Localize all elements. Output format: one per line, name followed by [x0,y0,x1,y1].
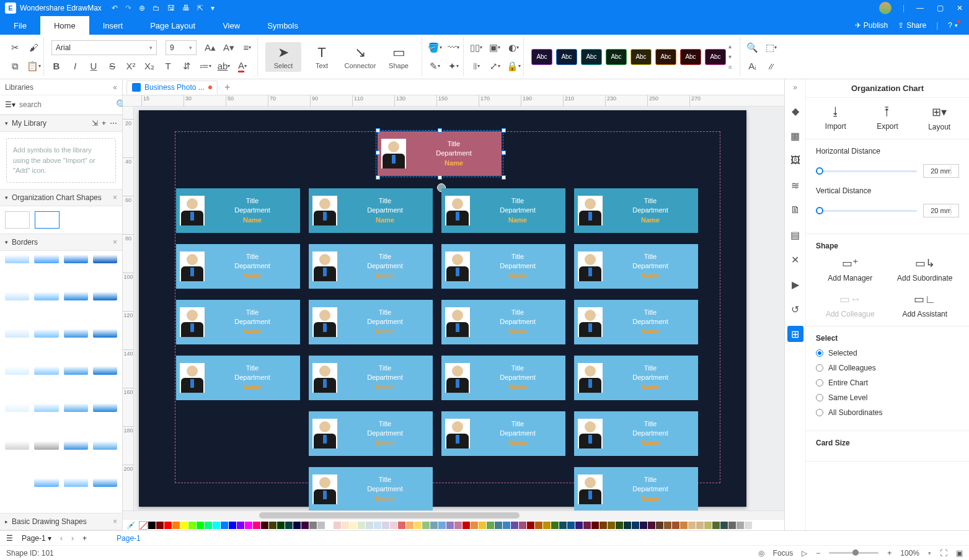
border-thumb[interactable] [5,478,29,487]
color-swatch[interactable] [382,522,389,529]
color-swatch[interactable] [309,522,317,529]
italic-icon[interactable]: I [70,61,80,71]
save-icon[interactable]: 🖫 [167,4,175,12]
border-thumb[interactable] [5,366,29,375]
border-thumb[interactable] [34,478,58,487]
style-swatch[interactable]: Abc [655,49,676,65]
color-swatch[interactable] [148,522,156,529]
org-card[interactable]: TitleDepartmentName [176,244,300,289]
style-swatch[interactable]: Abc [606,49,627,65]
eyedropper-icon[interactable]: 💉 [126,521,136,530]
selection-handle[interactable] [376,175,380,180]
ungroup-icon[interactable]: ⫽ [766,61,776,71]
color-swatch[interactable] [237,522,244,529]
superscript-icon[interactable]: X² [126,61,136,71]
color-swatch[interactable] [471,522,478,529]
color-swatch[interactable] [720,522,728,529]
color-swatch[interactable] [527,522,534,529]
fill-icon[interactable]: 🪣▾ [430,43,440,53]
style-swatch[interactable]: Abc [581,49,602,65]
org-card[interactable]: TitleDepartmentName [574,356,698,400]
close-button[interactable]: ✕ [955,4,964,12]
color-swatch[interactable] [543,522,551,529]
color-swatch[interactable] [608,522,615,529]
select-tool[interactable]: ➤Select [265,42,301,72]
style-swatch[interactable]: Abc [680,49,701,65]
case-icon[interactable]: T [163,61,173,71]
color-swatch[interactable] [624,522,631,529]
color-swatch[interactable] [551,522,559,529]
org-card[interactable]: TitleDepartmentName [309,356,433,400]
format-painter-icon[interactable]: 🖌 [29,43,38,53]
basicshapes-header[interactable]: ▸ Basic Drawing Shapes × [0,513,122,530]
color-swatch[interactable] [559,522,567,529]
prev-page-icon[interactable]: ‹ [60,534,63,543]
horizontal-scrollbar[interactable] [123,510,784,519]
style-swatch[interactable]: Abc [705,49,726,65]
org-card[interactable]: TitleDepartmentName [441,244,565,289]
color-swatch[interactable] [591,522,599,529]
org-card[interactable]: TitleDepartmentName [309,411,433,456]
radio-entire-chart[interactable]: Entire Chart [816,378,959,387]
color-swatch[interactable] [221,522,228,529]
tab-symbols[interactable]: Symbols [254,16,312,35]
style-swatch[interactable]: Abc [531,49,552,65]
add-subordinate-button[interactable]: ▭↳Add Subordinate [891,256,960,282]
selection-handle[interactable] [502,151,506,155]
shape-tool[interactable]: ▭Shape [381,42,417,72]
border-thumb[interactable] [34,441,58,450]
library-menu-icon[interactable]: ☰▾ [5,100,15,109]
no-fill-swatch[interactable] [139,521,148,530]
color-swatch[interactable] [390,522,397,529]
org-card[interactable]: TitleDepartmentName [309,467,433,510]
org-card[interactable]: TitleDepartmentName [574,244,698,289]
border-thumb[interactable] [64,329,88,338]
border-thumb[interactable] [93,292,117,300]
org-card[interactable]: TitleDepartmentName [309,300,433,344]
color-swatch[interactable] [358,522,365,529]
rail-shuffle-icon[interactable]: ✕ [787,252,803,268]
color-swatch[interactable] [245,522,252,529]
zoom-value[interactable]: 100% [900,549,919,558]
bold-icon[interactable]: B [51,61,61,71]
border-thumb[interactable] [93,255,117,263]
border-thumb[interactable] [34,403,58,412]
tab-insert[interactable]: Insert [89,16,137,35]
orgshapes-header[interactable]: ▾ Organization Chart Shapes × [0,189,122,206]
color-swatch[interactable] [648,522,655,529]
rail-page-icon[interactable]: 🗎 [787,202,803,218]
import-lib-icon[interactable]: ⇲ [92,119,98,128]
color-swatch[interactable] [737,522,744,529]
close-section-icon[interactable]: × [113,238,117,247]
border-thumb[interactable] [34,292,58,300]
qat-more-icon[interactable]: ▾ [211,4,215,12]
radio-selected[interactable]: Selected [816,349,959,357]
rail-grid-icon[interactable]: ▦ [787,128,803,144]
border-thumb[interactable] [64,403,88,412]
hdist-slider[interactable] [816,170,917,172]
page[interactable]: TitleDepartmentNameTitleDepartmentNameTi… [139,110,746,507]
scrollbar-thumb[interactable] [259,512,520,518]
increase-font-icon[interactable]: A▴ [205,43,215,53]
rail-present-icon[interactable]: ▶ [787,276,803,292]
color-swatch[interactable] [479,522,486,529]
lock-icon[interactable]: 🔒▾ [508,61,518,71]
color-swatch[interactable] [664,522,671,529]
border-thumb[interactable] [34,255,58,263]
page-select[interactable]: Page-1 ▾ [22,534,51,543]
selection-handle[interactable] [376,151,380,155]
org-card[interactable]: TitleDepartmentName [574,411,698,456]
zoom-out-icon[interactable]: − [816,549,820,558]
expand-right-icon[interactable]: » [793,83,797,92]
lib-more-icon[interactable]: ⋯ [110,119,117,128]
styles-up-icon[interactable]: ▴ [728,43,732,50]
slider-knob[interactable] [816,207,823,214]
library-search-input[interactable] [19,100,112,109]
color-swatch[interactable] [745,522,752,529]
size-icon[interactable]: ⤢▾ [490,61,500,71]
close-section-icon[interactable]: × [113,517,117,526]
color-swatch[interactable] [180,522,188,529]
tab-file[interactable]: File [0,16,40,35]
font-size-select[interactable]: 9▾ [166,40,197,55]
radio-all-colleagues[interactable]: All Colleagues [816,364,959,372]
